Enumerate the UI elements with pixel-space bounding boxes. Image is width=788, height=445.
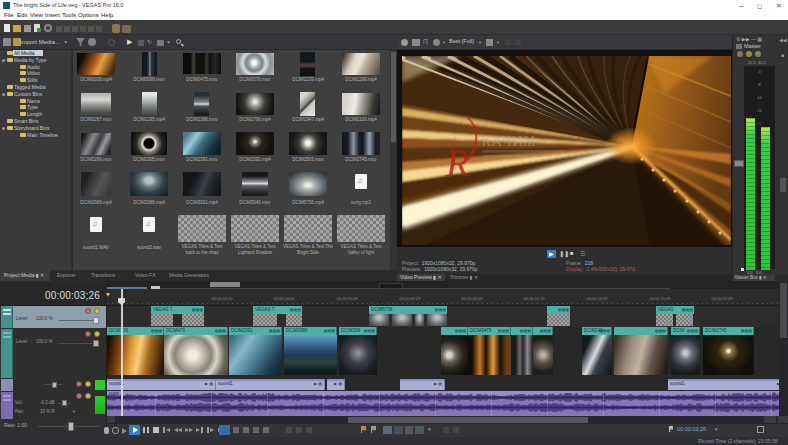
svg-text:КАЧИМ: КАЧИМ <box>482 133 536 149</box>
svg-text:R: R <box>445 142 469 184</box>
